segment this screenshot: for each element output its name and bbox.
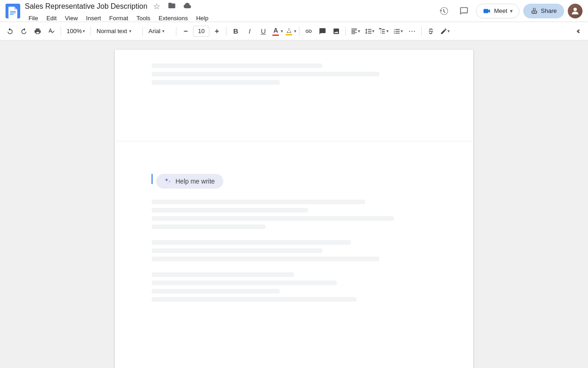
editing-mode-button[interactable]: ▾: [438, 25, 452, 38]
style-select[interactable]: Normal text ▾: [94, 27, 140, 35]
share-button[interactable]: Share: [523, 4, 564, 18]
skeleton-line-4: [152, 200, 365, 204]
text-cursor: [152, 174, 153, 184]
meet-button[interactable]: Meet ▾: [476, 4, 520, 18]
skeleton-line-8: [152, 240, 351, 245]
highlight-color-button[interactable]: [284, 26, 294, 36]
undo-button[interactable]: [4, 25, 17, 38]
numbered-list-chevron-icon: ▾: [401, 29, 403, 34]
divider-4: [176, 27, 176, 36]
meet-label: Meet: [494, 7, 507, 14]
style-label: Normal text: [96, 28, 127, 34]
skeleton-line-11: [152, 272, 294, 277]
redo-button[interactable]: [17, 25, 30, 38]
divider-2: [90, 27, 91, 36]
strikethrough-button[interactable]: [424, 25, 437, 38]
highlight-color-bar: [286, 34, 292, 35]
skeleton-section-1: [152, 200, 436, 229]
link-button[interactable]: [302, 25, 315, 38]
title-section: Sales Representative Job Description ☆ F…: [25, 0, 435, 23]
spellcheck-button[interactable]: [45, 25, 58, 38]
more-options-button[interactable]: ⋯: [406, 25, 418, 38]
font-size-control: − 10 +: [179, 25, 223, 38]
skeleton-line-7: [152, 224, 266, 229]
underline-button[interactable]: U: [257, 25, 270, 38]
text-color-chevron-icon[interactable]: ▾: [281, 29, 283, 34]
skeleton-line-2: [152, 72, 379, 76]
share-label: Share: [541, 7, 557, 14]
docs-icon: [6, 4, 20, 18]
alignment-chevron-icon: ▾: [358, 29, 360, 34]
divider-3: [142, 27, 143, 36]
menu-edit[interactable]: Edit: [43, 14, 60, 23]
skeleton-section-2: [152, 240, 436, 261]
skeleton-line-12: [152, 281, 337, 285]
svg-point-9: [573, 7, 577, 11]
skeleton-line-9: [152, 248, 322, 253]
print-button[interactable]: [31, 25, 44, 38]
line-spacing-chevron-icon: ▾: [372, 29, 374, 34]
menu-help[interactable]: Help: [192, 14, 212, 23]
divider-1: [61, 27, 61, 36]
document-page-top: [115, 50, 473, 142]
skeleton-line-10: [152, 257, 379, 261]
line-spacing-button[interactable]: ▾: [363, 25, 376, 38]
history-icon-btn[interactable]: [435, 3, 452, 19]
comment-icon-btn[interactable]: [456, 3, 472, 19]
checklist-chevron-icon: ▾: [386, 29, 389, 34]
skeleton-section-3: [152, 272, 436, 302]
meet-chevron-icon: ▾: [510, 8, 513, 14]
skeleton-line-14: [152, 297, 356, 302]
title-icons-right: Meet ▾ Share: [435, 3, 582, 19]
font-size-input[interactable]: 10: [193, 26, 209, 37]
numbered-list-button[interactable]: ▾: [391, 25, 405, 38]
menu-format[interactable]: Format: [106, 14, 132, 23]
text-color-bar: [272, 34, 279, 36]
help-me-write-label: Help me write: [175, 178, 215, 185]
svg-rect-4: [484, 9, 489, 13]
editing-mode-chevron-icon: ▾: [447, 29, 450, 34]
skeleton-line-3: [152, 80, 280, 85]
text-color-button[interactable]: A: [271, 26, 281, 37]
bold-button[interactable]: B: [229, 25, 242, 38]
font-label: Arial: [148, 28, 160, 34]
alignment-button[interactable]: ▾: [349, 25, 362, 38]
font-size-decrease-button[interactable]: −: [179, 25, 192, 38]
menu-tools[interactable]: Tools: [133, 14, 154, 23]
menu-extensions[interactable]: Extensions: [155, 14, 192, 23]
font-size-increase-button[interactable]: +: [210, 25, 223, 38]
page-area: Help me write: [0, 40, 588, 368]
menu-view[interactable]: View: [61, 14, 81, 23]
font-chevron-icon: ▾: [162, 29, 164, 34]
svg-rect-2: [10, 12, 16, 13]
cursor-area: Help me write: [152, 174, 436, 189]
cloud-icon[interactable]: [181, 0, 193, 14]
italic-button[interactable]: I: [243, 25, 256, 38]
menu-insert[interactable]: Insert: [82, 14, 105, 23]
divider-7: [345, 27, 346, 36]
font-select[interactable]: Arial ▾: [146, 27, 173, 35]
title-bar: Sales Representative Job Description ☆ F…: [0, 0, 588, 22]
document-page-main[interactable]: Help me write: [115, 142, 473, 368]
insert-image-button[interactable]: [330, 25, 343, 38]
collapse-toolbar-button[interactable]: [571, 25, 584, 38]
skeleton-line-13: [152, 289, 280, 293]
zoom-select[interactable]: 100% ▾: [64, 27, 88, 35]
checklist-button[interactable]: ▾: [377, 25, 390, 38]
star-icon[interactable]: ☆: [151, 0, 162, 13]
divider-5: [226, 27, 226, 36]
folder-icon[interactable]: [166, 0, 178, 14]
zoom-chevron-icon: ▾: [83, 29, 85, 34]
help-me-write-button[interactable]: Help me write: [156, 174, 223, 189]
user-avatar[interactable]: [568, 4, 582, 18]
skeleton-line-1: [152, 63, 322, 68]
highlight-chevron-icon[interactable]: ▾: [294, 29, 296, 34]
insert-comment-button[interactable]: [316, 25, 329, 38]
skeleton-line-5: [152, 208, 308, 213]
doc-title[interactable]: Sales Representative Job Description: [25, 2, 147, 12]
svg-rect-3: [10, 14, 14, 15]
divider-8: [421, 27, 422, 36]
menu-file[interactable]: File: [25, 14, 42, 23]
menu-bar: File Edit View Insert Format Tools Exten…: [25, 14, 435, 23]
svg-rect-1: [10, 11, 16, 12]
